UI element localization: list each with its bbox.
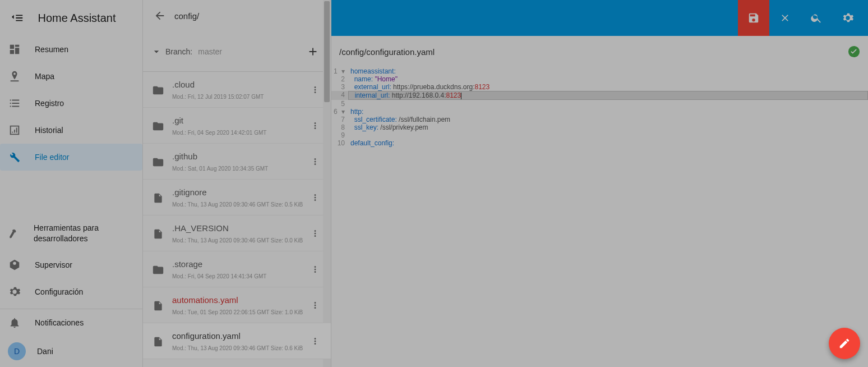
folder-icon (150, 83, 167, 97)
wrench-icon (8, 150, 21, 164)
save-button[interactable] (738, 0, 769, 36)
line-number: 2 (341, 75, 345, 83)
file-item[interactable]: .gitMod.: Fri, 04 Sep 2020 14:42:01 GMT (143, 108, 331, 144)
editor-file-path: /config/configuration.yaml (339, 47, 435, 57)
file-name: .HA_VERSION (172, 223, 305, 233)
file-item[interactable]: .githubMod.: Sat, 01 Aug 2020 10:34:35 G… (143, 144, 331, 180)
file-browser-panel: config/ Branch: master .cloudMod.: Fri, … (143, 0, 331, 367)
line-number: 3 (341, 83, 345, 91)
chevron-down-icon (150, 46, 163, 57)
file-list: .cloudMod.: Fri, 12 Jul 2019 15:02:07 GM… (143, 72, 331, 367)
nav-label: Registro (35, 99, 64, 108)
file-item[interactable]: .HA_VERSIONMod.: Thu, 13 Aug 2020 09:30:… (143, 215, 331, 251)
nav-label: Configuración (35, 287, 83, 296)
supervisor-icon (8, 258, 21, 272)
file-scrollbar[interactable] (323, 0, 331, 367)
line-number: 5 (341, 100, 345, 108)
sidebar-item-devtools[interactable]: Herramientas para desarrolladores (0, 216, 142, 251)
file-item[interactable]: automations.yamlMod.: Tue, 01 Sep 2020 2… (143, 287, 331, 323)
file-options-button[interactable] (305, 331, 325, 351)
file-item[interactable]: configuration.yamlMod.: Thu, 13 Aug 2020… (143, 323, 331, 359)
line-number: 9 (341, 131, 345, 139)
profile-name: Dani (37, 347, 53, 356)
nav-label: Mapa (35, 72, 54, 81)
nav-label: File editor (35, 153, 69, 162)
chart-icon (8, 123, 21, 137)
file-name: .storage (172, 259, 305, 269)
folder-icon (150, 119, 167, 132)
line-number: 7 (341, 116, 345, 123)
file-icon (150, 227, 167, 240)
sidebar-header: Home Assistant (0, 0, 142, 36)
file-path-row: config/ (143, 0, 331, 31)
branch-name: master (198, 47, 222, 56)
map-icon (8, 70, 21, 83)
nav-label: Supervisor (35, 260, 72, 269)
file-meta: Mod.: Fri, 04 Sep 2020 14:41:34 GMT (172, 273, 305, 279)
file-meta: Mod.: Thu, 13 Aug 2020 09:30:46 GMT Size… (172, 345, 305, 351)
file-meta: Mod.: Thu, 13 Aug 2020 09:30:46 GMT Size… (172, 237, 305, 244)
avatar: D (8, 342, 26, 360)
file-icon (150, 299, 167, 311)
file-meta: Mod.: Tue, 01 Sep 2020 22:06:15 GMT Size… (172, 309, 305, 315)
dashboard-icon (8, 43, 21, 56)
line-number: 10 (338, 139, 345, 147)
close-button[interactable] (769, 0, 801, 36)
line-number: 4 (341, 91, 345, 99)
file-name: .git (172, 116, 305, 125)
file-options-button[interactable] (305, 116, 325, 136)
file-options-button[interactable] (305, 152, 325, 172)
code-editor[interactable]: 1 ▾homeassistant: 2 name: "Home" 3 exter… (331, 67, 868, 147)
back-button[interactable] (147, 3, 172, 28)
sidebar-item-supervisor[interactable]: Supervisor (0, 251, 142, 278)
file-options-button[interactable] (305, 80, 325, 100)
file-icon (150, 191, 167, 204)
sidebar: Home Assistant Resumen Mapa Registro His… (0, 0, 143, 367)
editor-file-path-bar: /config/configuration.yaml (331, 36, 868, 67)
line-number: 8 (341, 123, 345, 131)
branch-label: Branch: (165, 47, 192, 56)
nav-list: Resumen Mapa Registro Historial File edi… (0, 36, 142, 171)
file-item[interactable]: .cloudMod.: Fri, 12 Jul 2019 15:02:07 GM… (143, 72, 331, 108)
branch-row[interactable]: Branch: master (143, 31, 331, 72)
file-scrollbar-thumb[interactable] (324, 1, 330, 102)
sidebar-profile[interactable]: D Dani (0, 336, 142, 367)
sidebar-item-file-editor[interactable]: File editor (0, 144, 142, 171)
line-number: 6 (334, 108, 338, 116)
file-name: .gitignore (172, 187, 305, 197)
file-icon (150, 335, 167, 347)
list-icon (8, 97, 21, 110)
file-meta: Mod.: Fri, 12 Jul 2019 15:02:07 GMT (172, 94, 305, 100)
bell-icon (8, 316, 21, 329)
sidebar-item-map[interactable]: Mapa (0, 63, 142, 90)
nav-label: Resumen (35, 45, 68, 54)
folder-icon (150, 155, 167, 168)
file-item[interactable]: .storageMod.: Fri, 04 Sep 2020 14:41:34 … (143, 251, 331, 287)
menu-toggle-icon[interactable] (7, 7, 29, 29)
hammer-icon (8, 227, 20, 240)
cursor (461, 93, 461, 99)
sidebar-item-notifications[interactable]: Notificaciones (0, 309, 142, 336)
editor-panel: /config/configuration.yaml 1 ▾homeassist… (331, 0, 868, 367)
sidebar-item-config[interactable]: Configuración (0, 278, 142, 305)
sidebar-item-history[interactable]: Historial (0, 117, 142, 144)
nav-label: Historial (35, 126, 63, 135)
line-number: 1 (334, 67, 338, 75)
fab-edit-button[interactable] (829, 328, 860, 359)
app-title: Home Assistant (34, 12, 136, 25)
file-options-button[interactable] (305, 259, 325, 279)
file-options-button[interactable] (305, 295, 325, 315)
status-ok-icon (848, 45, 860, 58)
file-item[interactable]: .gitignoreMod.: Thu, 13 Aug 2020 09:30:4… (143, 180, 331, 215)
file-meta: Mod.: Sat, 01 Aug 2020 10:34:35 GMT (172, 166, 305, 172)
file-meta: Mod.: Fri, 04 Sep 2020 14:42:01 GMT (172, 130, 305, 136)
file-options-button[interactable] (305, 223, 325, 244)
settings-button[interactable] (832, 0, 864, 36)
file-name: .cloud (172, 80, 305, 89)
search-button[interactable] (801, 0, 832, 36)
add-button[interactable] (302, 40, 324, 63)
file-options-button[interactable] (305, 187, 325, 208)
sidebar-item-logbook[interactable]: Registro (0, 90, 142, 117)
file-name: configuration.yaml (172, 331, 305, 341)
sidebar-item-overview[interactable]: Resumen (0, 36, 142, 63)
